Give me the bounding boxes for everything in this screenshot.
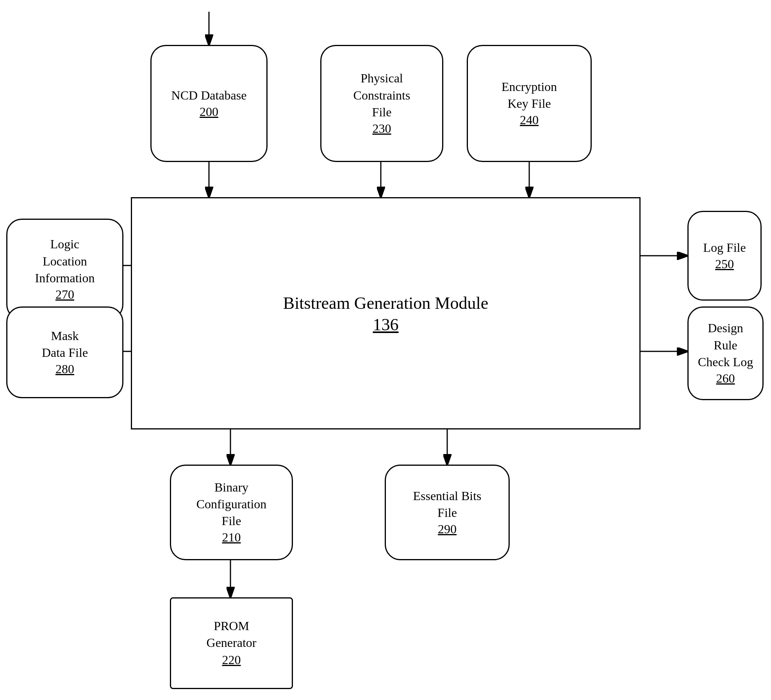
design-rule-node: Design RuleCheck Log 260 xyxy=(687,306,764,400)
essential-bits-node: Essential BitsFile 290 xyxy=(385,465,510,560)
binary-config-node: BinaryConfigurationFile 210 xyxy=(170,465,293,560)
physical-constraints-node: PhysicalConstraintsFile 230 xyxy=(320,45,443,162)
ncd-database-node: NCD Database 200 xyxy=(150,45,268,162)
log-file-node: Log File 250 xyxy=(687,211,762,301)
logic-location-node: LogicLocationInformation 270 xyxy=(6,219,123,320)
diagram-container: NCD Database 200 PhysicalConstraintsFile… xyxy=(0,0,771,700)
mask-data-node: MaskData File 280 xyxy=(6,306,123,398)
encryption-key-node: EncryptionKey File 240 xyxy=(467,45,592,162)
prom-generator-node: PROMGenerator 220 xyxy=(170,597,293,689)
central-module: Bitstream Generation Module 136 xyxy=(131,197,641,429)
